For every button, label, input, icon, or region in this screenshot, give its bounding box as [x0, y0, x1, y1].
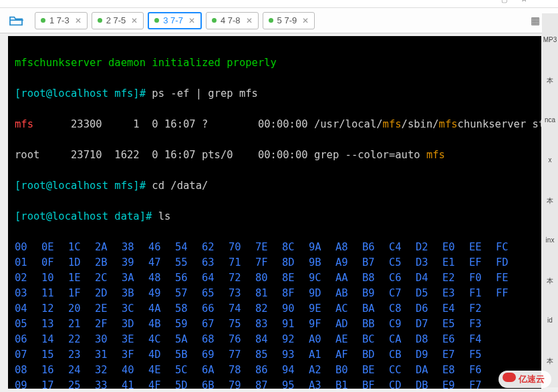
directory-entry: 74 [229, 301, 255, 317]
directory-entry: 22 [68, 332, 95, 347]
directory-entry: F4 [469, 332, 496, 347]
directory-entry: F3 [469, 317, 496, 332]
directory-entry: 7E [255, 240, 282, 255]
tab-label: 3 7-7 [163, 15, 183, 25]
terminal-output[interactable]: mfschunkserver daemon initialized proper… [8, 36, 541, 389]
shell-command: cd /data/ [152, 180, 208, 192]
directory-entry: BC [362, 332, 389, 347]
tab-close-icon[interactable]: ✕ [302, 16, 309, 25]
directory-entry: 6B [202, 378, 229, 389]
directory-entry: A0 [309, 332, 335, 347]
directory-entry: 2D [95, 286, 122, 301]
directory-entry: C4 [389, 240, 416, 255]
shell-command: ps -ef | grep mfs [152, 87, 258, 100]
directory-entry: 81 [255, 286, 282, 301]
directory-entry: AC [335, 301, 362, 317]
directory-entry: 24 [68, 363, 95, 378]
tab-close-icon[interactable]: ✕ [75, 16, 82, 25]
directory-entry: D9 [416, 347, 442, 363]
directory-entry: 65 [202, 286, 229, 301]
directory-entry: B6 [362, 240, 389, 255]
directory-entry: D2 [416, 240, 442, 255]
desktop-shortcut[interactable]: id [542, 294, 558, 334]
window-titlebar: ▢ ✕ [0, 0, 558, 8]
directory-entry: 3D [122, 317, 148, 332]
grid-view-icon[interactable]: ▦ [531, 15, 540, 27]
session-tab[interactable]: 2 7-5✕ [92, 12, 144, 29]
desktop-shortcut[interactable]: nca [542, 93, 558, 134]
desktop-shortcut[interactable]: 本 [542, 174, 558, 214]
directory-entry: AF [335, 347, 362, 363]
directory-entry: D7 [416, 317, 442, 332]
desktop-shortcut[interactable]: 本 [542, 334, 558, 374]
directory-entry: F6 [469, 363, 496, 378]
window-close-button[interactable]: ✕ [521, 0, 541, 4]
directory-entry: EF [469, 255, 496, 270]
desktop-icons-strip: MP3本ncax本inx本id本sql-20.本 [542, 13, 558, 387]
directory-entry: 80 [255, 270, 282, 286]
directory-entry: D8 [416, 332, 442, 347]
directory-entry: 48 [148, 270, 175, 286]
directory-entry: E1 [442, 255, 469, 270]
directory-entry: 70 [229, 240, 255, 255]
directory-entry: 2E [95, 301, 122, 317]
directory-entry: B9 [362, 286, 389, 301]
ps-user: mfs [15, 118, 33, 130]
directory-entry: 1F [68, 286, 95, 301]
directory-entry: 08 [15, 363, 41, 378]
session-tab[interactable]: 1 7-3✕ [35, 12, 88, 29]
desktop-shortcut[interactable]: MP3 [542, 13, 558, 53]
session-tab[interactable]: 4 7-8✕ [206, 12, 259, 29]
directory-entry: 39 [122, 255, 148, 270]
directory-entry: 55 [175, 255, 202, 270]
ps-match: mfs [439, 118, 458, 130]
directory-entry: 76 [229, 332, 255, 347]
directory-entry: 90 [282, 301, 309, 317]
directory-entry: 13 [41, 317, 68, 332]
directory-entry: B0 [335, 363, 362, 378]
directory-entry: 94 [282, 363, 309, 378]
session-tab[interactable]: 3 7-7✕ [148, 12, 202, 29]
directory-entry: 41 [122, 378, 148, 389]
directory-entry: 02 [15, 270, 41, 286]
directory-entry: 85 [255, 347, 282, 363]
directory-entry: 07 [15, 347, 41, 363]
directory-entry: F5 [469, 347, 496, 363]
tab-close-icon[interactable]: ✕ [246, 16, 253, 25]
directory-entry: 9E [309, 301, 335, 317]
tab-close-icon[interactable]: ✕ [131, 16, 138, 25]
directory-entry: 5A [175, 332, 202, 347]
directory-entry: 2F [95, 317, 122, 332]
directory-entry: BF [362, 378, 389, 389]
desktop-shortcut[interactable]: 本 [542, 53, 558, 93]
desktop-shortcut[interactable]: 本 [542, 254, 558, 294]
directory-entry: E6 [442, 332, 469, 347]
directory-entry: 14 [41, 332, 68, 347]
directory-entry: E5 [442, 317, 469, 332]
directory-entry: FC [496, 240, 523, 255]
watermark-text: 亿速云 [519, 374, 545, 384]
directory-entry: 1E [68, 270, 95, 286]
session-tab[interactable]: 5 7-9✕ [263, 12, 315, 29]
directory-entry: 67 [202, 317, 229, 332]
ls-output-grid: 000E1C2A38465462707E8C9AA8B6C4D2E0EEFC01… [15, 240, 535, 389]
open-folder-button[interactable] [7, 13, 25, 28]
directory-entry: 03 [15, 286, 41, 301]
window-maximize-button[interactable]: ▢ [501, 0, 521, 4]
directory-entry: 16 [41, 363, 68, 378]
directory-entry: D4 [416, 270, 442, 286]
directory-entry: 3F [122, 347, 148, 363]
directory-entry: 0E [41, 240, 68, 255]
directory-entry: F2 [469, 301, 496, 317]
tab-close-icon[interactable]: ✕ [188, 16, 195, 25]
directory-entry: 93 [282, 347, 309, 363]
desktop-shortcut[interactable]: inx [542, 214, 558, 254]
directory-entry: 12 [41, 301, 68, 317]
directory-entry: AA [335, 270, 362, 286]
directory-entry: 8C [282, 240, 309, 255]
directory-entry: 4C [148, 332, 175, 347]
tab-label: 4 7-8 [221, 15, 241, 25]
desktop-shortcut[interactable]: x [542, 134, 558, 174]
directory-entry: F1 [469, 286, 496, 301]
directory-entry: 9C [309, 270, 335, 286]
